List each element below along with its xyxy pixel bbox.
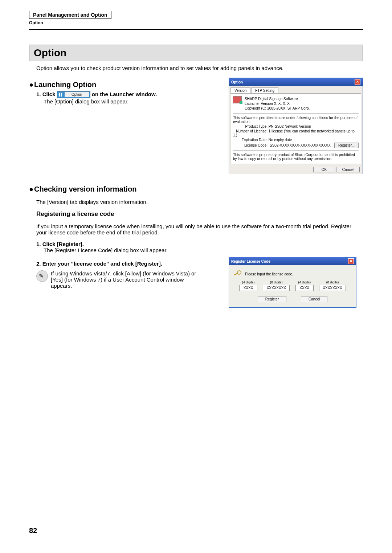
option-button-icon xyxy=(58,92,63,97)
field-label-4: (8 digits) xyxy=(326,280,339,284)
page-number: 82 xyxy=(29,527,37,535)
product-type-label: Product Type: xyxy=(233,124,268,128)
ok-button[interactable]: OK xyxy=(313,167,335,172)
subheading-checking-version: Checking version information xyxy=(29,185,363,193)
product-type-value: PN-SS02 Network Version xyxy=(269,124,311,128)
launch-step1-pre: 1. Click xyxy=(36,91,57,97)
note-icon xyxy=(36,270,48,282)
subheading-launching-option: Launching Option xyxy=(29,81,221,89)
proprietary-note: This software is proprietary product of … xyxy=(233,153,359,161)
launcher-option-button[interactable]: Option xyxy=(57,91,90,98)
step-enter-license: 2. Enter your "license code" and click [… xyxy=(36,261,221,267)
section-heading-option: Option xyxy=(29,45,363,61)
dash-3: - xyxy=(316,284,317,288)
software-name: SHARP Digital Signage Software xyxy=(245,97,310,101)
software-icon xyxy=(233,96,242,103)
intro-text: Option allows you to check product versi… xyxy=(36,65,363,71)
registering-license-text: If you input a temporary license code wh… xyxy=(36,223,363,235)
option-dialog-title: Option xyxy=(231,80,243,84)
dash-1: - xyxy=(260,284,261,288)
license-field-3[interactable]: XXXX xyxy=(295,285,314,291)
tab-version[interactable]: Version xyxy=(230,87,250,93)
expiry-value: No expiry date xyxy=(269,138,292,142)
header-breadcrumb-box: Panel Management and Option xyxy=(29,11,111,19)
header-sub: Option xyxy=(29,20,363,25)
header-rule xyxy=(29,29,363,30)
uac-note: If using Windows Vista/7, click [Allow] … xyxy=(51,270,203,289)
field-label-2: (8 digits) xyxy=(270,280,283,284)
launch-step1-sub: The [Option] dialog box will appear. xyxy=(44,98,221,105)
tab-ftp-setting[interactable]: FTP Setting xyxy=(251,87,278,93)
license-code-label: License Code: xyxy=(233,143,268,147)
close-icon[interactable]: × xyxy=(348,258,354,264)
field-label-1: (4 digits) xyxy=(242,280,255,284)
num-license-label: Number of License: xyxy=(233,129,268,133)
option-dialog: Option × Version FTP Setting SHARP Digit… xyxy=(229,78,363,174)
license-cancel-button[interactable]: Cancel xyxy=(301,296,327,302)
license-field-4[interactable]: XXXXXXXX xyxy=(319,285,346,291)
evaluation-note: This software is permitted to use under … xyxy=(233,116,359,124)
register-license-title: Register License Code xyxy=(231,259,270,263)
registering-license-heading: Registering a license code xyxy=(36,210,363,218)
dash-2: - xyxy=(292,284,293,288)
cancel-button[interactable]: Cancel xyxy=(336,167,360,172)
option-button-label: Option xyxy=(65,92,89,97)
license-prompt: Please input the license code. xyxy=(245,272,293,276)
license-code-value: SS02-XXXXXXXX-XXXX-XXXXXXXX xyxy=(270,143,332,147)
key-icon xyxy=(234,270,241,278)
step-click-register: 1. Click [Register]. xyxy=(36,241,363,247)
register-license-dialog: Register License Code × Please input the… xyxy=(229,257,356,308)
field-label-3: (4 digits) xyxy=(298,280,311,284)
expiry-label: Expiration Date: xyxy=(233,138,268,142)
step-click-register-sub: The [Register License Code] dialog box w… xyxy=(44,247,363,253)
version-tab-text: The [Version] tab displays version infor… xyxy=(36,199,363,205)
license-field-1[interactable]: XXXX xyxy=(239,285,257,291)
launcher-version: Launcher Version X. X. X. X xyxy=(245,102,310,106)
close-icon[interactable]: × xyxy=(355,79,360,85)
launch-step1-post: on the Launcher window. xyxy=(90,91,157,97)
license-field-2[interactable]: XXXXXXXX xyxy=(263,285,290,291)
copyright: Copyright (C) 2005-20XX, SHARP Corp. xyxy=(245,106,310,110)
register-button[interactable]: Register... xyxy=(334,143,359,148)
license-register-button[interactable]: Register xyxy=(258,296,286,302)
